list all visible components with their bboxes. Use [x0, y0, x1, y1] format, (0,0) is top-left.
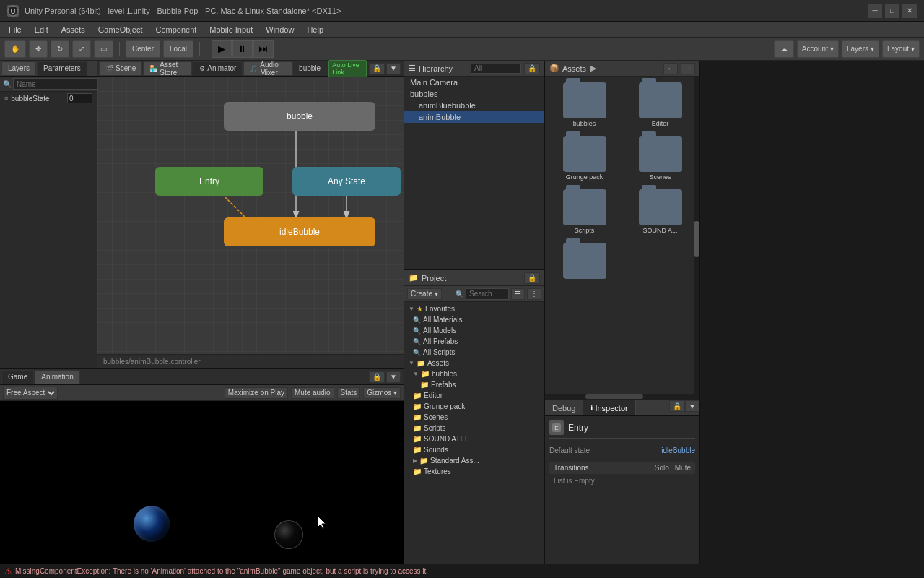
- tree-grunge[interactable]: 📁 Grunge pack: [406, 401, 543, 412]
- cloud-button[interactable]: ☁: [774, 40, 794, 58]
- tree-sounds[interactable]: 📁 Sounds: [406, 444, 543, 455]
- tab-audio-mixer[interactable]: 🎵 Audio Mixer: [243, 61, 293, 76]
- step-button[interactable]: ⏭: [253, 40, 274, 58]
- menu-window[interactable]: Window: [260, 24, 300, 35]
- asset-item-scripts[interactable]: Scripts: [548, 186, 621, 237]
- rect-tool-button[interactable]: ▭: [94, 40, 113, 58]
- gizmos-button[interactable]: Gizmos ▾: [363, 387, 401, 399]
- hierarchy-search[interactable]: [471, 64, 521, 74]
- asset-item-bubbles[interactable]: bubbles: [548, 79, 621, 130]
- rotate-tool-button[interactable]: ↻: [51, 40, 69, 58]
- asset-item-grunge[interactable]: Grunge pack: [548, 133, 621, 184]
- collapse-button[interactable]: ▼: [386, 63, 401, 74]
- back-button[interactable]: ←: [663, 63, 678, 74]
- menu-component[interactable]: Component: [149, 24, 202, 35]
- asset-item-empty1[interactable]: [548, 240, 621, 283]
- menu-edit[interactable]: Edit: [29, 24, 54, 35]
- hand-tool-button[interactable]: ✋: [4, 40, 26, 58]
- collapse-inspector-button[interactable]: ▼: [685, 400, 699, 412]
- param-value-input[interactable]: [67, 93, 92, 103]
- inspector-content: E Entry Default state idleBubble Transit…: [545, 416, 699, 564]
- tab-layers[interactable]: Layers: [1, 61, 36, 76]
- lock-project-button[interactable]: 🔒: [524, 272, 540, 284]
- assets-scrollbar-v[interactable]: [694, 77, 699, 394]
- lock-button[interactable]: 🔒: [369, 63, 385, 74]
- pause-button[interactable]: ⏸: [232, 40, 253, 58]
- fav-all-materials[interactable]: 🔍 All Materials: [406, 314, 543, 325]
- tree-scripts[interactable]: 📁 Scripts: [406, 423, 543, 434]
- favorites-section[interactable]: ▼ ★ Favorites: [406, 303, 543, 314]
- maximize-button[interactable]: □: [885, 4, 899, 18]
- hier-item-anim-blue[interactable]: animBluebubble: [404, 100, 544, 111]
- move-tool-button[interactable]: ✥: [29, 40, 48, 58]
- tree-textures[interactable]: 📁 Textures: [406, 466, 543, 477]
- asset-item-sound[interactable]: SOUND A...: [624, 186, 697, 237]
- tab-inspector[interactable]: ℹ Inspector: [583, 400, 635, 415]
- tree-editor[interactable]: 📁 Editor: [406, 390, 543, 401]
- close-button[interactable]: ✕: [902, 4, 917, 18]
- state-any-state[interactable]: Any State: [292, 167, 401, 196]
- bubble-2: [274, 520, 303, 549]
- aspect-selector[interactable]: Free Aspect: [3, 387, 58, 400]
- tab-animation[interactable]: Animation: [35, 370, 79, 384]
- collapse-game-button[interactable]: ▼: [386, 371, 401, 383]
- tab-debug[interactable]: Debug: [545, 400, 583, 415]
- inspector-icon-tab: ℹ: [590, 405, 593, 412]
- assets-header: 📦 Assets ▶ ← →: [545, 61, 699, 77]
- layers-button[interactable]: Layers ▾: [842, 40, 879, 58]
- assets-scrollbar-thumb[interactable]: [694, 221, 699, 257]
- assets-scrollbar-h-thumb[interactable]: [585, 394, 643, 399]
- tab-scene[interactable]: 🎬 Scene: [99, 61, 142, 76]
- hier-item-anim-bubble[interactable]: animBubble: [404, 111, 544, 123]
- maximize-on-play-button[interactable]: Maximize on Play: [225, 387, 288, 399]
- forward-button[interactable]: →: [681, 63, 695, 74]
- project-search[interactable]: [466, 288, 509, 300]
- fav-all-scripts[interactable]: 🔍 All Scripts: [406, 347, 543, 358]
- state-entry[interactable]: Entry: [155, 167, 263, 196]
- local-button[interactable]: Local: [163, 40, 193, 58]
- stats-button[interactable]: Stats: [337, 387, 361, 399]
- asset-item-editor[interactable]: Editor: [624, 79, 697, 130]
- hier-item-main-camera[interactable]: Main Camera: [404, 77, 544, 88]
- tree-scenes[interactable]: 📁 Scenes: [406, 412, 543, 423]
- minimize-button[interactable]: ─: [868, 4, 882, 18]
- menu-gameobject[interactable]: GameObject: [92, 24, 149, 35]
- play-button[interactable]: ▶: [212, 40, 232, 58]
- fav-all-prefabs[interactable]: 🔍 All Prefabs: [406, 336, 543, 347]
- state-bubble[interactable]: bubble: [224, 102, 375, 131]
- account-button[interactable]: Account ▾: [797, 40, 839, 58]
- menu-assets[interactable]: Assets: [56, 24, 91, 35]
- options-button[interactable]: ⋮: [527, 288, 541, 300]
- tab-animator[interactable]: ⚙ Animator: [193, 61, 243, 76]
- lock-game-button[interactable]: 🔒: [369, 371, 385, 383]
- transitions-header[interactable]: Transitions Solo Mute: [549, 462, 695, 474]
- game-viewport[interactable]: [0, 401, 404, 564]
- hier-item-bubbles[interactable]: bubbles: [404, 88, 544, 100]
- assets-section[interactable]: ▼ 📁 Assets: [406, 358, 543, 368]
- scale-tool-button[interactable]: ⤢: [72, 40, 91, 58]
- state-idle-bubble[interactable]: idleBubble: [224, 217, 375, 246]
- create-button[interactable]: Create ▾: [407, 288, 442, 300]
- layout-button[interactable]: Layout ▾: [882, 40, 920, 58]
- assets-scrollbar-h[interactable]: [545, 394, 699, 400]
- filter-button[interactable]: ☰: [511, 288, 525, 300]
- asset-item-scenes[interactable]: Scenes: [624, 133, 697, 184]
- lock-inspector-button[interactable]: 🔒: [669, 400, 685, 412]
- tree-prefabs[interactable]: 📁 Prefabs: [406, 379, 543, 390]
- auto-live-link-badge: Auto Live Link: [328, 60, 367, 77]
- lock-hierarchy-button[interactable]: 🔒: [524, 63, 540, 74]
- animator-canvas[interactable]: bubble Entry Any State idleBubble: [97, 77, 404, 354]
- tree-bubbles[interactable]: ▼ 📁 bubbles: [406, 368, 543, 379]
- mute-audio-button[interactable]: Mute audio: [291, 387, 334, 399]
- tab-asset-store[interactable]: 🏪 Asset Store: [143, 61, 192, 76]
- center-button[interactable]: Center: [126, 40, 160, 58]
- tab-game[interactable]: Game: [1, 370, 34, 384]
- menu-mobile-input[interactable]: Mobile Input: [204, 24, 258, 35]
- tab-parameters[interactable]: Parameters: [37, 61, 87, 76]
- menu-help[interactable]: Help: [301, 24, 329, 35]
- tree-sound-atel[interactable]: 📁 SOUND ATEL: [406, 434, 543, 444]
- menu-file[interactable]: File: [3, 24, 27, 35]
- store-icon: 🏪: [149, 65, 157, 72]
- tree-standard-assets[interactable]: ▶ 📁 Standard Ass...: [406, 455, 543, 466]
- fav-all-models[interactable]: 🔍 All Models: [406, 325, 543, 336]
